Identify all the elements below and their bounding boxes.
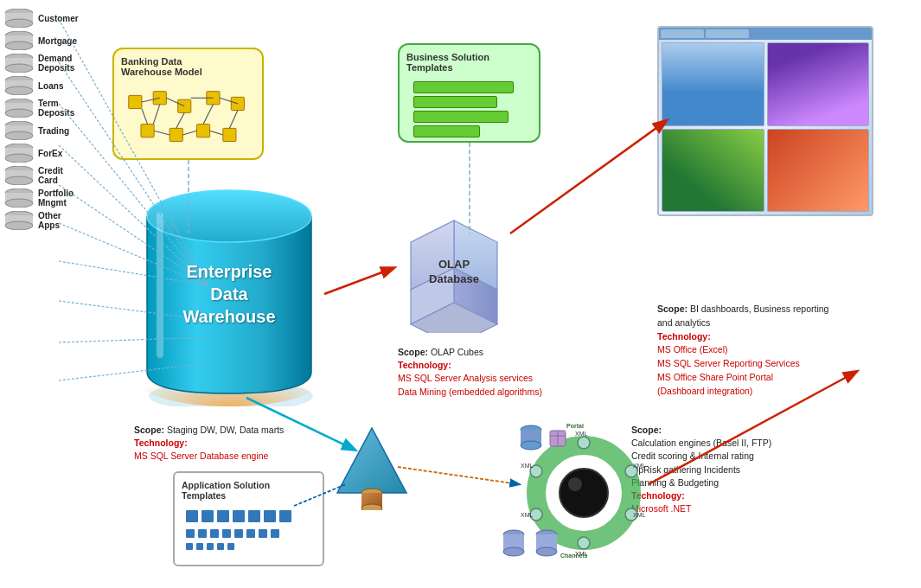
etl-pyramid — [333, 424, 411, 510]
svg-rect-48 — [129, 95, 142, 108]
svg-line-58 — [153, 105, 160, 125]
svg-rect-120 — [222, 529, 231, 538]
datasource-credit-card: Credit Card — [3, 166, 81, 185]
svg-rect-121 — [234, 529, 243, 538]
svg-point-41 — [5, 176, 33, 185]
scope-olap-text: OLAP Cubes — [428, 347, 483, 357]
svg-rect-118 — [198, 529, 207, 538]
svg-rect-126 — [196, 543, 203, 550]
svg-line-61 — [229, 110, 237, 128]
svg-point-71 — [147, 190, 311, 242]
svg-rect-111 — [201, 510, 214, 522]
datasource-mortgage: Mortgage — [3, 31, 81, 50]
svg-point-84 — [578, 437, 590, 449]
scope-edw: Scope: Staging DW, DW, Data marts Techno… — [134, 424, 307, 463]
scope-bi-label: Scope: — [657, 304, 688, 314]
datasource-forex: ForEx — [3, 144, 81, 163]
screenshot-chart1 — [662, 42, 764, 126]
screenshot-chart3 — [662, 129, 764, 213]
bottom-db-icons — [502, 527, 559, 560]
svg-point-26 — [5, 64, 33, 73]
datasource-label-mortgage: Mortgage — [38, 36, 81, 46]
datasource-label-term-deposits: Term Deposits — [38, 99, 81, 118]
datasource-other-apps: Other Apps — [3, 211, 81, 230]
scope-bi-tech-label: Technology: — [657, 331, 711, 342]
datasource-label-portfolio-mngmt: Portfolio Mngmt — [38, 189, 81, 208]
svg-rect-127 — [207, 543, 214, 550]
svg-rect-53 — [141, 125, 154, 137]
svg-point-47 — [5, 221, 33, 230]
bst-box: Business Solution Templates — [398, 43, 540, 143]
svg-rect-55 — [196, 125, 209, 137]
scope-olap: Scope: OLAP Cubes Technology: MS SQL Ser… — [398, 346, 588, 399]
svg-point-35 — [5, 131, 33, 140]
scope-edw-text: Staging DW, DW, Data marts — [164, 425, 284, 435]
svg-rect-52 — [231, 97, 244, 110]
screenshot-tab-2 — [706, 29, 749, 38]
scope-edw-tech-val: MS SQL Server Database engine — [134, 451, 268, 461]
datasource-loans: Loans — [3, 76, 81, 95]
svg-line-12 — [324, 268, 393, 294]
svg-point-80 — [361, 504, 382, 510]
screenshot-inner — [659, 28, 872, 214]
datasource-label-trading: Trading — [38, 126, 81, 136]
svg-line-57 — [142, 109, 148, 125]
screenshot-chart4 — [767, 129, 870, 213]
svg-line-60 — [203, 105, 213, 125]
scope-calc-item2: Credit scoring & Internal rating — [631, 451, 754, 461]
svg-text:XML: XML — [633, 463, 646, 469]
svg-text:XML: XML — [521, 463, 534, 469]
svg-rect-117 — [186, 529, 195, 538]
screenshot-chart2 — [767, 42, 870, 126]
svg-point-106 — [503, 547, 524, 556]
svg-line-68 — [210, 131, 223, 135]
svg-point-87 — [578, 537, 590, 549]
scope-olap-label: Scope: — [398, 347, 428, 357]
datasource-demand-deposits: Demand Deposits — [3, 54, 81, 73]
svg-rect-116 — [279, 510, 291, 522]
scope-calc-item1: Calculation engines (Basel II, FTP) — [631, 438, 771, 448]
scope-bi-val-3: MS Office Share Point Portal(Dashboard i… — [657, 372, 773, 396]
datasource-term-deposits: Term Deposits — [3, 99, 81, 118]
svg-rect-110 — [186, 510, 198, 522]
datasource-label-forex: ForEx — [38, 149, 81, 158]
scope-calc: Scope: Calculation engines (Basel II, FT… — [631, 424, 856, 516]
svg-rect-114 — [248, 510, 260, 522]
banking-box: Banking Data Warehouse Model — [112, 48, 264, 160]
svg-line-66 — [154, 131, 169, 135]
svg-point-20 — [5, 19, 33, 28]
db-icons — [519, 424, 567, 454]
svg-point-23 — [5, 42, 33, 50]
svg-point-32 — [5, 109, 33, 118]
scope-edw-tech-label: Technology: — [134, 438, 188, 448]
svg-text:XML: XML — [521, 512, 534, 518]
svg-rect-112 — [217, 510, 229, 522]
datasource-label-loans: Loans — [38, 81, 81, 91]
banking-box-title: Banking Data Warehouse Model — [121, 56, 255, 77]
banking-nodes-diagram — [121, 82, 255, 154]
svg-marker-77 — [337, 428, 406, 493]
datasource-label-other-apps: Other Apps — [38, 211, 81, 230]
bst-box-title: Business Solution Templates — [406, 52, 532, 73]
svg-point-109 — [536, 547, 557, 556]
datasource-trading: Trading — [3, 121, 81, 140]
datasource-label-credit-card: Credit Card — [38, 166, 81, 185]
datasource-portfolio-mngmt: Portfolio Mngmt — [3, 189, 81, 208]
svg-rect-125 — [186, 543, 193, 550]
svg-text:XML: XML — [575, 431, 588, 437]
svg-point-44 — [5, 199, 33, 208]
svg-rect-122 — [246, 529, 255, 538]
ast-box: Application Solution Templates — [173, 471, 324, 566]
olap-container: OLAP Database — [398, 212, 510, 333]
screenshot-content — [659, 40, 872, 214]
svg-line-59 — [176, 112, 184, 128]
svg-point-38 — [5, 154, 33, 163]
svg-point-29 — [5, 86, 33, 95]
edw-container: Enterprise Data Warehouse — [134, 182, 324, 406]
svg-rect-129 — [227, 543, 234, 550]
ast-box-title: Application Solution Templates — [182, 480, 316, 501]
svg-rect-124 — [271, 529, 279, 538]
svg-rect-128 — [217, 543, 224, 550]
bi-screenshot — [657, 26, 873, 216]
svg-text:XML: XML — [633, 512, 646, 518]
